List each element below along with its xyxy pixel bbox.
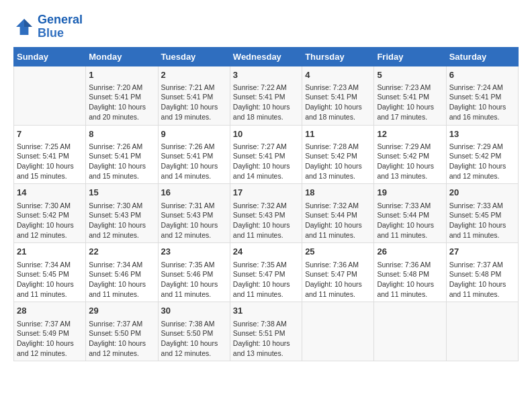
col-header-wednesday: Wednesday [230,47,302,66]
day-number: 7 [17,128,83,140]
day-number: 30 [161,305,227,317]
col-header-tuesday: Tuesday [158,47,230,66]
day-cell: 21Sunrise: 7:34 AM Sunset: 5:45 PM Dayli… [14,243,86,302]
day-number: 8 [89,128,154,140]
day-info: Sunrise: 7:25 AM Sunset: 5:41 PM Dayligh… [17,142,83,181]
day-info: Sunrise: 7:36 AM Sunset: 5:47 PM Dayligh… [305,260,371,300]
logo-icon [13,16,35,38]
day-number: 24 [233,246,299,258]
day-info: Sunrise: 7:37 AM Sunset: 5:50 PM Dayligh… [89,319,154,359]
week-row-2: 7Sunrise: 7:25 AM Sunset: 5:41 PM Daylig… [14,125,519,184]
day-info: Sunrise: 7:38 AM Sunset: 5:51 PM Dayligh… [233,319,299,359]
day-cell: 4Sunrise: 7:23 AM Sunset: 5:41 PM Daylig… [302,66,374,125]
day-number: 9 [161,128,227,140]
day-cell: 8Sunrise: 7:26 AM Sunset: 5:41 PM Daylig… [86,125,158,184]
day-cell: 17Sunrise: 7:32 AM Sunset: 5:43 PM Dayli… [230,184,302,243]
col-header-monday: Monday [86,47,158,66]
col-header-saturday: Saturday [446,47,518,66]
day-cell: 2Sunrise: 7:21 AM Sunset: 5:41 PM Daylig… [158,66,230,125]
day-number: 26 [377,246,443,258]
day-cell [302,302,374,361]
day-info: Sunrise: 7:34 AM Sunset: 5:46 PM Dayligh… [89,260,154,300]
day-cell: 13Sunrise: 7:29 AM Sunset: 5:42 PM Dayli… [446,125,518,184]
day-cell: 31Sunrise: 7:38 AM Sunset: 5:51 PM Dayli… [230,302,302,361]
day-cell: 26Sunrise: 7:36 AM Sunset: 5:48 PM Dayli… [374,243,446,302]
day-info: Sunrise: 7:26 AM Sunset: 5:41 PM Dayligh… [161,142,227,181]
day-cell: 16Sunrise: 7:31 AM Sunset: 5:43 PM Dayli… [158,184,230,243]
day-info: Sunrise: 7:32 AM Sunset: 5:44 PM Dayligh… [305,201,371,240]
day-number: 28 [17,305,83,317]
day-cell: 15Sunrise: 7:30 AM Sunset: 5:43 PM Dayli… [86,184,158,243]
day-number: 2 [161,69,227,81]
day-cell: 12Sunrise: 7:29 AM Sunset: 5:42 PM Dayli… [374,125,446,184]
day-cell: 22Sunrise: 7:34 AM Sunset: 5:46 PM Dayli… [86,243,158,302]
day-info: Sunrise: 7:22 AM Sunset: 5:41 PM Dayligh… [233,83,299,122]
week-row-3: 14Sunrise: 7:30 AM Sunset: 5:42 PM Dayli… [14,184,519,243]
calendar-table: SundayMondayTuesdayWednesdayThursdayFrid… [13,47,519,362]
day-number: 4 [305,69,371,81]
day-cell: 14Sunrise: 7:30 AM Sunset: 5:42 PM Dayli… [14,184,86,243]
day-cell: 7Sunrise: 7:25 AM Sunset: 5:41 PM Daylig… [14,125,86,184]
day-cell: 19Sunrise: 7:33 AM Sunset: 5:44 PM Dayli… [374,184,446,243]
day-cell: 3Sunrise: 7:22 AM Sunset: 5:41 PM Daylig… [230,66,302,125]
day-number: 25 [305,246,371,258]
day-info: Sunrise: 7:38 AM Sunset: 5:50 PM Dayligh… [161,319,227,359]
day-cell: 6Sunrise: 7:24 AM Sunset: 5:41 PM Daylig… [446,66,518,125]
day-cell: 11Sunrise: 7:28 AM Sunset: 5:42 PM Dayli… [302,125,374,184]
day-cell: 25Sunrise: 7:36 AM Sunset: 5:47 PM Dayli… [302,243,374,302]
day-number: 12 [377,128,443,140]
day-number: 19 [377,187,443,199]
logo-text: General Blue [38,13,83,40]
day-number: 5 [377,69,443,81]
day-number: 21 [17,246,83,258]
day-number: 11 [305,128,371,140]
day-info: Sunrise: 7:37 AM Sunset: 5:49 PM Dayligh… [17,319,83,359]
day-info: Sunrise: 7:33 AM Sunset: 5:45 PM Dayligh… [449,201,515,240]
day-info: Sunrise: 7:26 AM Sunset: 5:41 PM Dayligh… [89,142,154,181]
day-info: Sunrise: 7:29 AM Sunset: 5:42 PM Dayligh… [377,142,443,181]
week-row-4: 21Sunrise: 7:34 AM Sunset: 5:45 PM Dayli… [14,243,519,302]
day-cell: 24Sunrise: 7:35 AM Sunset: 5:47 PM Dayli… [230,243,302,302]
day-info: Sunrise: 7:23 AM Sunset: 5:41 PM Dayligh… [305,83,371,122]
day-info: Sunrise: 7:35 AM Sunset: 5:46 PM Dayligh… [161,260,227,300]
col-header-friday: Friday [374,47,446,66]
day-info: Sunrise: 7:27 AM Sunset: 5:41 PM Dayligh… [233,142,299,181]
day-number: 31 [233,305,299,317]
day-cell: 10Sunrise: 7:27 AM Sunset: 5:41 PM Dayli… [230,125,302,184]
day-number: 23 [161,246,227,258]
day-info: Sunrise: 7:28 AM Sunset: 5:42 PM Dayligh… [305,142,371,181]
day-cell: 1Sunrise: 7:20 AM Sunset: 5:41 PM Daylig… [86,66,158,125]
day-number: 13 [449,128,515,140]
day-cell: 23Sunrise: 7:35 AM Sunset: 5:46 PM Dayli… [158,243,230,302]
day-number: 29 [89,305,154,317]
day-cell: 28Sunrise: 7:37 AM Sunset: 5:49 PM Dayli… [14,302,86,361]
day-info: Sunrise: 7:37 AM Sunset: 5:48 PM Dayligh… [449,260,515,300]
day-info: Sunrise: 7:33 AM Sunset: 5:44 PM Dayligh… [377,201,443,240]
day-info: Sunrise: 7:36 AM Sunset: 5:48 PM Dayligh… [377,260,443,300]
day-number: 18 [305,187,371,199]
day-cell: 5Sunrise: 7:23 AM Sunset: 5:41 PM Daylig… [374,66,446,125]
day-cell [374,302,446,361]
week-row-5: 28Sunrise: 7:37 AM Sunset: 5:49 PM Dayli… [14,302,519,361]
day-info: Sunrise: 7:20 AM Sunset: 5:41 PM Dayligh… [89,83,154,122]
col-header-thursday: Thursday [302,47,374,66]
day-number: 14 [17,187,83,199]
day-cell: 9Sunrise: 7:26 AM Sunset: 5:41 PM Daylig… [158,125,230,184]
day-info: Sunrise: 7:21 AM Sunset: 5:41 PM Dayligh… [161,83,227,122]
day-cell: 30Sunrise: 7:38 AM Sunset: 5:50 PM Dayli… [158,302,230,361]
day-info: Sunrise: 7:24 AM Sunset: 5:41 PM Dayligh… [449,83,515,122]
page-header: General Blue [13,13,519,40]
day-info: Sunrise: 7:31 AM Sunset: 5:43 PM Dayligh… [161,201,227,240]
day-cell: 29Sunrise: 7:37 AM Sunset: 5:50 PM Dayli… [86,302,158,361]
day-info: Sunrise: 7:29 AM Sunset: 5:42 PM Dayligh… [449,142,515,181]
day-number: 6 [449,69,515,81]
day-info: Sunrise: 7:35 AM Sunset: 5:47 PM Dayligh… [233,260,299,300]
day-info: Sunrise: 7:30 AM Sunset: 5:43 PM Dayligh… [89,201,154,240]
day-cell [446,302,518,361]
day-info: Sunrise: 7:23 AM Sunset: 5:41 PM Dayligh… [377,83,443,122]
day-info: Sunrise: 7:32 AM Sunset: 5:43 PM Dayligh… [233,201,299,240]
day-info: Sunrise: 7:30 AM Sunset: 5:42 PM Dayligh… [17,201,83,240]
svg-marker-1 [24,19,32,27]
day-cell: 18Sunrise: 7:32 AM Sunset: 5:44 PM Dayli… [302,184,374,243]
calendar-header: SundayMondayTuesdayWednesdayThursdayFrid… [14,47,519,66]
